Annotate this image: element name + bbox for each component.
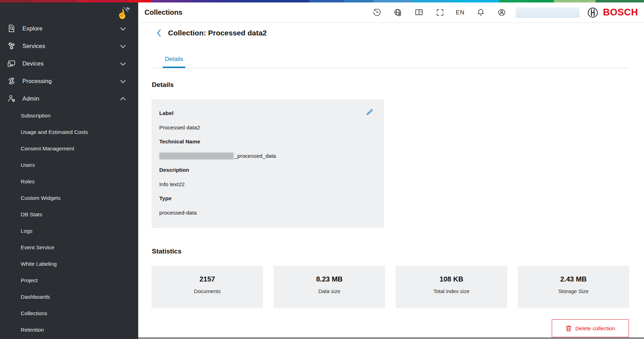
admin-icon <box>7 94 16 103</box>
sidebar-item-devices[interactable]: Devices <box>0 55 138 72</box>
sidebar-item-db-stats[interactable]: DB Stats <box>0 206 138 223</box>
stat-value: 108 KB <box>396 275 507 283</box>
bosch-wordmark: BOSCH <box>603 7 638 18</box>
sidebar-item-collections[interactable]: Collections <box>0 305 138 321</box>
back-chevron-icon[interactable] <box>156 28 163 38</box>
details-heading: Details <box>152 81 174 89</box>
sidebar-item-services[interactable]: Services <box>0 37 138 55</box>
details-card: Label Processed data2 Technical Name _pr… <box>152 99 384 228</box>
tab-details[interactable]: Details <box>163 53 185 68</box>
field-value: _processed_data <box>159 149 384 163</box>
stat-label: Data size <box>274 288 385 294</box>
sidebar-item-project[interactable]: Project <box>0 272 138 289</box>
language-globe-icon[interactable] <box>393 8 402 17</box>
bosch-supergraphic-strip <box>0 0 644 2</box>
chevron-down-icon <box>120 43 126 48</box>
app-header: Collections ? EN BOSCH <box>138 2 644 23</box>
language-selector[interactable]: EN <box>456 9 464 16</box>
tab-bar: Details <box>152 53 629 68</box>
bosch-anchor-logo-icon <box>587 7 598 18</box>
sidebar-item-admin[interactable]: Admin <box>0 90 138 107</box>
sidebar-item-label: Admin <box>22 95 39 102</box>
field-value: processed-data <box>159 206 384 220</box>
sidebar-item-processing[interactable]: Processing <box>0 72 138 90</box>
chevron-down-icon <box>120 60 126 66</box>
stat-label: Total index size <box>396 288 507 294</box>
field-value: Processed data2 <box>159 121 384 135</box>
stat-card-documents: 2157 Documents <box>152 266 263 308</box>
statistics-heading: Statistics <box>152 248 181 255</box>
redacted-username <box>516 7 579 18</box>
field-label: Technical Name <box>159 135 384 149</box>
main-content: Collection: Processed data2 Details Deta… <box>138 23 644 337</box>
field-label: Label <box>159 106 384 121</box>
statistics-cards: 2157 Documents 8.23 MB Data size 108 KB … <box>152 266 629 308</box>
technical-name-suffix: _processed_data <box>234 153 276 159</box>
explore-icon <box>7 24 16 33</box>
history-icon[interactable] <box>372 8 381 17</box>
stat-card-storage-size: 2.43 MB Storage Size <box>518 266 629 308</box>
sidebar-item-roles[interactable]: Roles <box>0 173 138 190</box>
edit-pencil-icon[interactable] <box>365 108 374 117</box>
chevron-down-icon <box>120 25 126 31</box>
field-label: Description <box>159 163 384 177</box>
sidebar-item-users[interactable]: Users <box>0 157 138 173</box>
sidebar-item-label: Devices <box>22 60 43 67</box>
chevron-down-icon <box>120 78 126 83</box>
unpin-sidebar-icon[interactable]: ☝ ⚑ <box>116 6 131 21</box>
stat-value: 8.23 MB <box>274 275 385 283</box>
sidebar-item-event-service[interactable]: Event Service <box>0 239 138 256</box>
sidebar-item-logs[interactable]: Logs <box>0 223 138 239</box>
delete-collection-button[interactable]: Delete collection <box>552 319 629 337</box>
field-label: Type <box>159 191 384 206</box>
sidebar-item-retention[interactable]: Retention <box>0 321 138 338</box>
page-title: Collection: Processed data2 <box>168 29 267 37</box>
sidebar-item-label: Explore <box>22 25 42 32</box>
services-icon <box>7 41 16 50</box>
stat-card-data-size: 8.23 MB Data size <box>274 266 385 308</box>
sidebar-item-label: Services <box>22 43 45 49</box>
stat-card-total-index-size: 108 KB Total index size <box>396 266 507 308</box>
svg-text:?: ? <box>420 10 422 14</box>
sidebar-item-label: Processing <box>22 78 52 84</box>
account-icon[interactable] <box>497 8 507 17</box>
processing-icon <box>7 76 16 86</box>
delete-collection-label: Delete collection <box>575 325 615 332</box>
sidebar-item-subscription[interactable]: Subscription <box>0 107 138 124</box>
stat-label: Storage Size <box>518 288 629 294</box>
help-manual-icon[interactable]: ? <box>414 8 423 17</box>
sidebar-item-consent-management[interactable]: Consent Management <box>0 140 138 157</box>
trash-icon <box>565 325 572 332</box>
horizontal-scrollbar[interactable] <box>138 337 644 339</box>
page-header-title: Collections <box>145 8 182 16</box>
notifications-bell-icon[interactable] <box>476 8 485 17</box>
sidebar-item-usage-and-estimated-costs[interactable]: Usage and Estimated Costs <box>0 124 138 140</box>
sidebar-item-explore[interactable]: Explore <box>0 20 138 37</box>
stat-value: 2.43 MB <box>518 275 629 283</box>
chevron-up-icon <box>120 97 126 103</box>
field-value: Info text22 <box>159 177 384 192</box>
redacted-text-block <box>159 152 234 160</box>
stat-value: 2157 <box>152 275 263 283</box>
fullscreen-icon[interactable] <box>435 8 444 17</box>
devices-icon <box>7 59 16 68</box>
sidebar-item-dashboards[interactable]: Dashboards <box>0 289 138 305</box>
stat-label: Documents <box>152 288 263 294</box>
sidebar-item-custom-widgets[interactable]: Custom Widgets <box>0 190 138 206</box>
sidebar-item-white-labeling[interactable]: White Labeling <box>0 256 138 272</box>
sidebar: ☝ ⚑ Explore Services <box>0 2 138 339</box>
